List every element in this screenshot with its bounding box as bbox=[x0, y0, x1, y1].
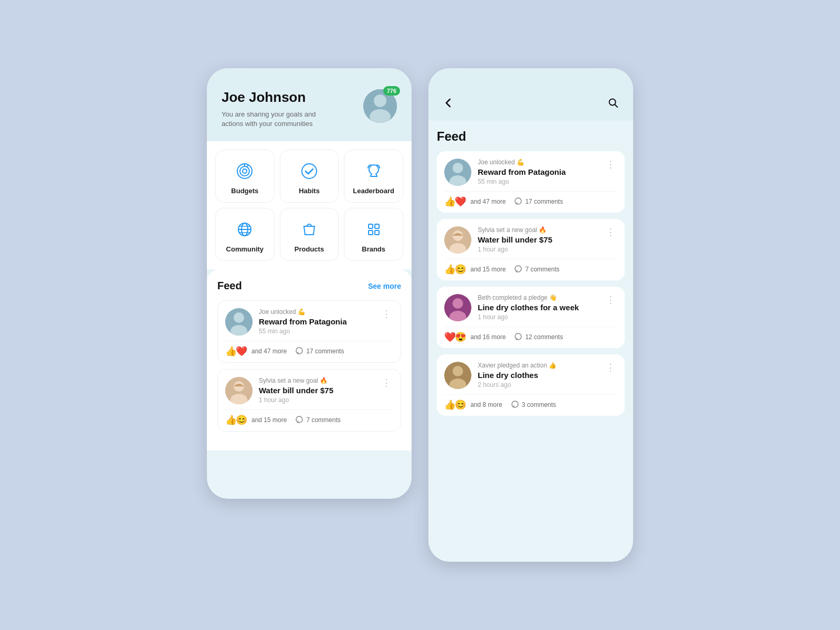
reaction-count-2: and 15 more bbox=[251, 416, 287, 424]
right-comment-3[interactable]: 12 comments bbox=[514, 333, 563, 341]
right-feed-avatar-joe bbox=[444, 159, 471, 186]
right-feed-avatar-sylvia bbox=[444, 226, 471, 254]
svg-point-35 bbox=[515, 266, 521, 272]
feed-card-title-2: Water bill under $75 bbox=[259, 386, 373, 395]
see-more-link[interactable]: See more bbox=[368, 282, 401, 290]
svg-point-29 bbox=[453, 163, 463, 173]
comment-group-2[interactable]: 7 comments bbox=[295, 416, 340, 424]
right-feed-card-top-3: Beth completed a pledge 👋 Line dry cloth… bbox=[444, 294, 617, 321]
more-options-1[interactable]: ⋮ bbox=[380, 308, 393, 320]
right-comment-2[interactable]: 7 comments bbox=[514, 265, 559, 274]
right-feed-card-top-2: Sylvia set a new goal 🔥 Water bill under… bbox=[444, 226, 617, 254]
right-more-1[interactable]: ⋮ bbox=[604, 159, 617, 170]
right-reaction-3: ❤️ 😍 and 16 more bbox=[444, 331, 506, 343]
search-button[interactable] bbox=[604, 93, 623, 112]
right-feed-subtitle-2: Sylvia set a new goal 🔥 bbox=[478, 226, 597, 234]
right-feed-time-2: 1 hour ago bbox=[478, 246, 597, 253]
svg-rect-17 bbox=[375, 230, 379, 235]
svg-point-25 bbox=[296, 416, 302, 423]
right-feed-time-3: 1 hour ago bbox=[478, 313, 597, 321]
right-feed-main: Feed Joe unlocked 💪 Reward from Patagoni… bbox=[428, 121, 633, 416]
reaction-group-2: 👍 😊 and 15 more bbox=[225, 414, 287, 426]
grid-item-leaderboard[interactable]: Leaderboard bbox=[344, 150, 403, 203]
leaderboard-label: Leaderboard bbox=[353, 187, 394, 195]
right-comment-4[interactable]: 3 comments bbox=[511, 401, 556, 409]
grid-item-habits[interactable]: Habits bbox=[280, 150, 339, 203]
back-button[interactable] bbox=[439, 93, 458, 112]
right-feed-title-4: Line dry clothes bbox=[478, 371, 597, 380]
grid-item-brands[interactable]: Brands bbox=[344, 208, 403, 261]
right-feed-actions-3: ❤️ 😍 and 16 more 12 comments bbox=[444, 327, 617, 343]
right-feed-title-2: Water bill under $75 bbox=[478, 235, 597, 244]
right-feed-subtitle-1: Joe unlocked 💪 bbox=[478, 159, 597, 166]
budgets-label: Budgets bbox=[231, 187, 258, 195]
reaction-group-1: 👍 ❤️ and 47 more bbox=[225, 345, 287, 357]
right-feed-card-info-2: Sylvia set a new goal 🔥 Water bill under… bbox=[478, 226, 597, 253]
nav-grid: Budgets Habits bbox=[207, 141, 412, 269]
right-feed-avatar-xavier bbox=[444, 362, 471, 389]
grid-item-budgets[interactable]: Budgets bbox=[215, 150, 275, 203]
svg-line-7 bbox=[247, 165, 248, 167]
right-reaction-1: 👍 ❤️ and 47 more bbox=[444, 196, 506, 207]
products-label: Products bbox=[295, 245, 324, 253]
feed-avatar-sylvia bbox=[225, 377, 253, 404]
right-more-3[interactable]: ⋮ bbox=[604, 294, 617, 306]
svg-point-39 bbox=[515, 333, 521, 340]
right-comment-count-2: 7 comments bbox=[525, 266, 559, 273]
more-options-2[interactable]: ⋮ bbox=[380, 377, 393, 388]
right-feed-card-top-1: Joe unlocked 💪 Reward from Patagonia 55 … bbox=[444, 159, 617, 186]
right-reaction-4: 👍 😊 and 8 more bbox=[444, 399, 502, 411]
right-feed-title: Feed bbox=[437, 129, 625, 144]
brands-label: Brands bbox=[362, 245, 385, 253]
svg-rect-16 bbox=[369, 230, 373, 235]
right-comment-count-4: 3 comments bbox=[522, 401, 556, 408]
right-feed-time-4: 2 hours ago bbox=[478, 381, 597, 388]
left-phone: Joe Johnson You are sharing your goals a… bbox=[207, 68, 412, 499]
score-badge: 776 bbox=[383, 86, 400, 96]
right-reaction-count-2: and 15 more bbox=[470, 266, 506, 273]
comment-group-1[interactable]: 17 comments bbox=[295, 347, 344, 355]
right-more-2[interactable]: ⋮ bbox=[604, 226, 617, 238]
right-feed-card-4: Xavier pledged an action 👍 Line dry clot… bbox=[437, 354, 625, 416]
shopping-bag-icon bbox=[299, 219, 320, 240]
screens-container: Joe Johnson You are sharing your goals a… bbox=[207, 68, 633, 562]
header-text: Joe Johnson You are sharing your goals a… bbox=[222, 89, 337, 129]
community-label: Community bbox=[226, 245, 264, 253]
right-feed-card-info-1: Joe unlocked 💪 Reward from Patagonia 55 … bbox=[478, 159, 597, 185]
feed-card-subtitle-1: Joe unlocked 💪 bbox=[259, 308, 373, 316]
right-feed-actions-2: 👍 😊 and 15 more 7 comments bbox=[444, 259, 617, 275]
right-feed-card-1: Joe unlocked 💪 Reward from Patagonia 55 … bbox=[437, 151, 625, 213]
check-circle-icon bbox=[299, 161, 320, 182]
left-feed-section: Feed See more Joe unlocked 💪 Reward from… bbox=[207, 269, 412, 450]
feed-card-top-1: Joe unlocked 💪 Reward from Patagonia 55 … bbox=[225, 308, 393, 335]
feed-avatar-joe bbox=[225, 308, 253, 335]
right-more-4[interactable]: ⋮ bbox=[604, 362, 617, 373]
user-subtitle: You are sharing your goals and actions w… bbox=[222, 110, 337, 129]
svg-point-21 bbox=[296, 348, 302, 354]
right-feed-avatar-beth bbox=[444, 294, 471, 321]
feed-card-info-2: Sylvia set a new goal 🔥 Water bill under… bbox=[259, 377, 373, 404]
right-reaction-count-3: and 16 more bbox=[470, 333, 506, 341]
grid-item-products[interactable]: Products bbox=[280, 208, 339, 261]
profile-header: Joe Johnson You are sharing your goals a… bbox=[207, 68, 412, 141]
svg-point-43 bbox=[512, 401, 518, 407]
globe-icon bbox=[234, 219, 255, 240]
right-feed-time-1: 55 min ago bbox=[478, 178, 597, 185]
svg-rect-14 bbox=[369, 224, 373, 228]
feed-card-time-1: 55 min ago bbox=[259, 328, 373, 335]
award-icon bbox=[363, 161, 384, 182]
feed-card-subtitle-2: Sylvia set a new goal 🔥 bbox=[259, 377, 373, 384]
feed-card-title-1: Reward from Patagonia bbox=[259, 317, 373, 326]
right-feed-card-2: Sylvia set a new goal 🔥 Water bill under… bbox=[437, 219, 625, 280]
svg-point-41 bbox=[453, 366, 463, 376]
right-feed-title-1: Reward from Patagonia bbox=[478, 167, 597, 176]
feed-card-time-2: 1 hour ago bbox=[259, 396, 373, 404]
right-feed-title-3: Line dry clothes for a week bbox=[478, 303, 597, 312]
right-reaction-count-4: and 8 more bbox=[470, 401, 502, 408]
right-comment-1[interactable]: 17 comments bbox=[514, 197, 563, 206]
grid-item-community[interactable]: Community bbox=[215, 208, 275, 261]
feed-title: Feed bbox=[217, 280, 242, 292]
feed-card-info-1: Joe unlocked 💪 Reward from Patagonia 55 … bbox=[259, 308, 373, 335]
feed-card-2: Sylvia set a new goal 🔥 Water bill under… bbox=[217, 369, 401, 432]
right-reaction-2: 👍 😊 and 15 more bbox=[444, 264, 506, 275]
